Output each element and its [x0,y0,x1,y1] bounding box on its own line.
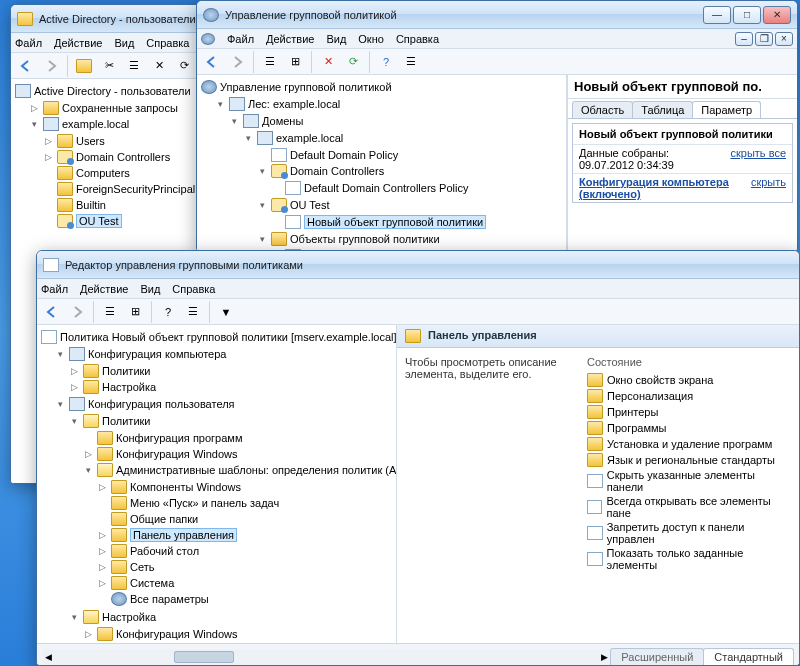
delete-icon[interactable]: ✕ [317,51,339,73]
menu-help[interactable]: Справка [172,283,215,295]
ddp[interactable]: Default Domain Policy [290,149,398,161]
gpos[interactable]: Объекты групповой политики [290,233,440,245]
help-icon[interactable]: ? [157,301,179,323]
tool-icon[interactable]: ⊞ [124,301,146,323]
menu-window[interactable]: Окно [358,33,384,45]
tree-node[interactable]: Все параметры [130,593,209,605]
mdi-close-button[interactable]: × [775,32,793,46]
collapse-icon[interactable]: ▾ [29,119,40,130]
up-icon[interactable] [73,55,95,77]
gpm-root[interactable]: Управление групповой политикой [220,81,392,93]
back-icon[interactable] [41,301,63,323]
tree-node[interactable]: Меню «Пуск» и панель задач [130,497,279,509]
menu-file[interactable]: Файл [227,33,254,45]
list-item[interactable]: Показать только заданные элементы [587,546,791,572]
hscroll-thumb[interactable] [174,651,234,663]
refresh-icon[interactable]: ⟳ [173,55,195,77]
menu-view[interactable]: Вид [114,37,134,49]
tab-scope[interactable]: Область [572,101,633,118]
expand-icon[interactable]: ▷ [29,103,40,114]
ou-test[interactable]: OU Test [290,199,330,211]
list-item[interactable]: Всегда открывать все элементы пане [587,494,791,520]
tab-settings[interactable]: Параметр [692,101,761,118]
node-dc[interactable]: Domain Controllers [76,151,170,163]
list-item[interactable]: Язык и региональные стандарты [587,452,791,468]
refresh-icon[interactable]: ⟳ [342,51,364,73]
ddcp[interactable]: Default Domain Controllers Policy [304,182,468,194]
filter-icon[interactable]: ▼ [215,301,237,323]
list-item[interactable]: Персонализация [587,388,791,404]
node-users[interactable]: Users [76,135,105,147]
tree-node[interactable]: Компоненты Windows [130,481,241,493]
tool-icon[interactable]: ☰ [400,51,422,73]
ad-root[interactable]: Active Directory - пользователи [34,85,191,97]
cc-policies[interactable]: Политики [102,365,151,377]
uc-settings[interactable]: Настройка [102,611,156,623]
gpm-domain[interactable]: example.local [276,132,343,144]
menu-action[interactable]: Действие [80,283,128,295]
menu-action[interactable]: Действие [266,33,314,45]
tab-table[interactable]: Таблица [632,101,693,118]
tab-standard[interactable]: Стандартный [703,648,794,665]
new-gpo[interactable]: Новый объект групповой политики [304,215,486,229]
node-outest[interactable]: OU Test [76,214,122,228]
gpm-menubar[interactable]: Файл Действие Вид Окно Справка – ❐ × [197,29,797,49]
menu-view[interactable]: Вид [140,283,160,295]
back-icon[interactable] [15,55,37,77]
menu-file[interactable]: Файл [15,37,42,49]
ad-domain[interactable]: example.local [62,118,129,130]
menu-action[interactable]: Действие [54,37,102,49]
forward-icon[interactable] [40,55,62,77]
node-builtin[interactable]: Builtin [76,199,106,211]
props-icon[interactable]: ☰ [123,55,145,77]
back-icon[interactable] [201,51,223,73]
uc-policies[interactable]: Политики [102,415,151,427]
tool-icon[interactable]: ☰ [99,301,121,323]
maximize-button[interactable]: □ [733,6,761,24]
ad-menubar[interactable]: Файл Действие Вид Справка [11,33,214,53]
cut-icon[interactable]: ✂ [98,55,120,77]
domains[interactable]: Домены [262,115,303,127]
ad-titlebar[interactable]: Active Directory - пользователи и к [11,5,214,33]
tree-node[interactable]: Сеть [130,561,154,573]
tool-icon[interactable]: ☰ [182,301,204,323]
node-computers[interactable]: Computers [76,167,130,179]
gpm-titlebar[interactable]: Управление групповой политикой — □ ✕ [197,1,797,29]
list-item[interactable]: Программы [587,420,791,436]
delete-icon[interactable]: ✕ [148,55,170,77]
computer-config[interactable]: Конфигурация компьютера [88,348,226,360]
list-item[interactable]: Установка и удаление программ [587,436,791,452]
forward-icon[interactable] [66,301,88,323]
list-item[interactable]: Окно свойств экрана [587,372,791,388]
help-icon[interactable]: ? [375,51,397,73]
close-button[interactable]: ✕ [763,6,791,24]
gpe-window[interactable]: Редактор управления групповыми политикам… [36,250,800,666]
uc-set-winconfig[interactable]: Конфигурация Windows [116,628,238,640]
tool-icon[interactable]: ☰ [259,51,281,73]
hide-link[interactable]: скрыть [751,176,786,200]
gpe-menubar[interactable]: Файл Действие Вид Справка [37,279,799,299]
node-win-config[interactable]: Конфигурация Windows [116,448,238,460]
forward-icon[interactable] [226,51,248,73]
tree-node[interactable]: Панель управления [130,528,237,542]
minimize-button[interactable]: — [703,6,731,24]
list-item[interactable]: Скрыть указанные элементы панели [587,468,791,494]
tab-extended[interactable]: Расширенный [610,648,704,665]
node-admtpl[interactable]: Административные шаблоны: определения по… [116,464,397,476]
gpe-tree[interactable]: Политика Новый объект групповой политики… [37,325,397,643]
gpe-titlebar[interactable]: Редактор управления групповыми политикам… [37,251,799,279]
tool-icon[interactable]: ⊞ [284,51,306,73]
mdi-max-button[interactable]: ❐ [755,32,773,46]
menu-view[interactable]: Вид [326,33,346,45]
hide-all-link[interactable]: скрыть все [731,147,787,171]
mdi-min-button[interactable]: – [735,32,753,46]
gpm-tree[interactable]: Управление групповой политикой ▾Лес: exa… [197,75,567,251]
rpane-list[interactable]: Состояние Окно свойств экранаПерсонализа… [587,356,791,572]
list-item[interactable]: Принтеры [587,404,791,420]
menu-help[interactable]: Справка [146,37,189,49]
computer-config-link[interactable]: Конфигурация компьютера (включено) [579,176,751,200]
tree-node[interactable]: Общие папки [130,513,198,525]
dc[interactable]: Domain Controllers [290,165,384,177]
list-item[interactable]: Запретить доступ к панели управлен [587,520,791,546]
tree-node[interactable]: Рабочий стол [130,545,199,557]
